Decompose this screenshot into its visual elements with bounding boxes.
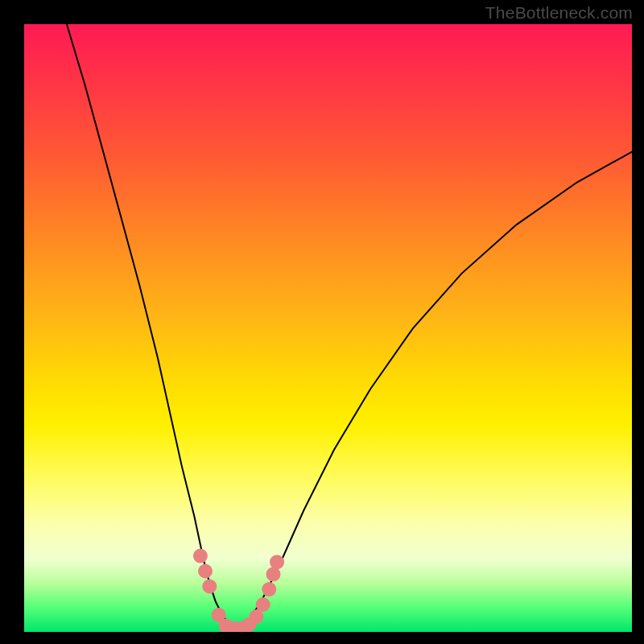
marker-10 xyxy=(262,582,276,597)
chart-frame: TheBottleneck.com xyxy=(0,0,644,644)
marker-2 xyxy=(202,579,217,593)
chart-svg xyxy=(24,24,632,632)
series-left-branch xyxy=(67,24,234,629)
series-right-branch xyxy=(240,152,632,630)
bottleneck-curve xyxy=(67,24,632,630)
marker-1 xyxy=(198,564,213,579)
plot-area xyxy=(24,24,632,632)
marker-0 xyxy=(193,549,208,564)
watermark-text: TheBottleneck.com xyxy=(485,3,633,23)
marker-8 xyxy=(249,609,263,624)
marker-9 xyxy=(256,597,270,612)
marker-12 xyxy=(270,555,284,569)
data-markers xyxy=(193,549,284,632)
